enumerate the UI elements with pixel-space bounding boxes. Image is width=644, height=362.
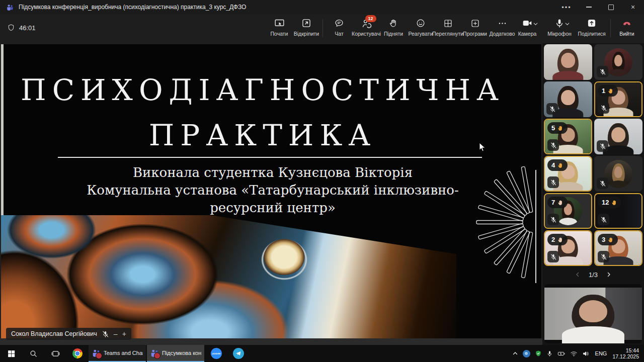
add-app-icon [470, 18, 480, 29]
slide-vertical-line [535, 170, 536, 283]
volume-icon[interactable] [582, 350, 590, 357]
mic-muted-icon [547, 176, 559, 188]
participant-tile[interactable] [594, 44, 642, 80]
wifi-icon[interactable] [570, 350, 578, 357]
raise-hand-icon [388, 18, 398, 29]
unpin-button[interactable]: Відкріпити [293, 18, 320, 37]
tray-expand-icon[interactable] [512, 350, 518, 356]
timer-value: 46:01 [19, 24, 36, 32]
system-tray: ENG 15:44 17.12.2025 [512, 345, 644, 362]
raised-hand-badge: 3 [598, 234, 618, 245]
participant-tile[interactable]: 12 [594, 193, 642, 229]
taskbar-window-meeting[interactable]: Підсумкова конфе... [147, 345, 204, 362]
participants-button[interactable]: 12 Користувачі [353, 18, 380, 37]
avatar [604, 160, 632, 188]
chrome-icon [72, 348, 83, 358]
leave-button[interactable]: Вийти [613, 18, 640, 37]
meeting-stage-area: ПСИХОДІАГНОСТИЧНА ПРАКТИКА Виконала студ… [0, 43, 644, 345]
apps-button[interactable]: Програми [461, 18, 489, 37]
chat-button[interactable]: Чат [326, 18, 353, 37]
participant-tile[interactable] [594, 156, 642, 192]
participant-tile[interactable] [594, 119, 642, 154]
windows-icon [7, 349, 16, 358]
start-presenting-button[interactable]: Почати [266, 18, 293, 37]
taskbar-search-button[interactable] [22, 345, 44, 362]
zoom-out-icon[interactable]: – [114, 330, 118, 338]
battery-icon[interactable] [557, 350, 566, 357]
meeting-toolbar: 46:01 Почати Відкріпити [0, 14, 644, 43]
raised-hand-badge: 7 [547, 197, 568, 208]
taskbar-window-teams-channels[interactable]: Teams and Channel... [89, 345, 146, 362]
tray-microphone-icon[interactable] [546, 350, 553, 357]
participant-tile[interactable]: 5 [544, 119, 592, 154]
chrome-taskbar-button[interactable] [66, 345, 89, 362]
view-button[interactable]: Переглянути [434, 18, 461, 37]
clock-date: 17.12.2025 [612, 353, 639, 360]
pager-previous-icon[interactable] [575, 272, 581, 278]
toolbar-separator [323, 19, 323, 37]
windows-taskbar: Teams and Channel... Підсумкова конфе...… [0, 345, 644, 362]
titlebar-more-icon[interactable]: ••• [555, 0, 578, 14]
tray-app-icon[interactable] [523, 350, 530, 357]
language-indicator[interactable]: ENG [595, 350, 607, 356]
participant-tile[interactable] [544, 81, 592, 117]
participant-tile[interactable]: 3 [594, 230, 642, 266]
task-view-icon [51, 349, 60, 358]
close-button[interactable]: × [622, 0, 644, 14]
raised-hand-badge: 5 [547, 122, 568, 134]
ellipsis-icon [498, 18, 507, 29]
camera-chevron-icon[interactable] [533, 21, 538, 27]
participant-tile[interactable]: 2 [544, 230, 592, 266]
window-title: Підсумкова конференція_виробнича (психод… [19, 4, 246, 11]
shield-icon [7, 24, 15, 32]
microphone-button[interactable]: Мікрофон [543, 18, 576, 37]
zoom-taskbar-button[interactable]: zoom [205, 345, 227, 362]
start-button[interactable] [0, 345, 22, 362]
camera-button[interactable]: Камера [511, 18, 543, 37]
slide-subtitle: Виконала студентка Кузнєцова Вікторія Ко… [21, 164, 524, 217]
telegram-taskbar-button[interactable] [227, 345, 250, 362]
zoom-in-icon[interactable]: + [122, 330, 126, 338]
security-shield-icon[interactable] [535, 350, 542, 357]
people-icon: 12 [361, 18, 372, 29]
window-titlebar: Підсумкова конференція_виробнича (психод… [0, 0, 644, 14]
mic-muted-icon [546, 103, 558, 115]
participant-tile[interactable]: 7 [544, 193, 592, 229]
react-button[interactable]: Реагувати [407, 18, 434, 37]
raised-hand-badge: 4 [547, 159, 568, 171]
mic-muted-icon [598, 214, 609, 225]
raised-hand-badge: 1 [598, 85, 618, 97]
minimize-button[interactable] [578, 0, 600, 14]
raised-hand-icon [607, 236, 614, 243]
presenter-name: Сокол Владислав Сергійович [11, 330, 97, 337]
microphone-chevron-icon[interactable] [565, 21, 570, 27]
starburst-decoration [470, 166, 537, 281]
participant-video [544, 288, 642, 340]
share-icon [587, 18, 597, 29]
spotlight-video-tile[interactable] [544, 284, 642, 343]
share-button[interactable]: Поділитися [576, 18, 608, 37]
raised-hand-icon [557, 125, 564, 132]
zoom-app-icon: zoom [211, 348, 222, 359]
raise-hand-button[interactable]: Підняти [380, 18, 407, 37]
camera-icon [522, 18, 533, 29]
pager-next-icon[interactable] [606, 272, 612, 278]
mic-muted-icon [597, 177, 608, 189]
mouse-cursor [479, 142, 486, 152]
search-icon [29, 349, 38, 358]
participant-tile[interactable] [544, 44, 592, 80]
share-screen-icon [274, 18, 285, 29]
participant-video [544, 44, 592, 80]
clock-time: 15:44 [612, 347, 639, 354]
raised-hand-icon [557, 199, 564, 206]
microphone-icon [554, 18, 565, 29]
mic-muted-icon [547, 214, 559, 225]
maximize-button[interactable] [600, 0, 622, 14]
participant-tile[interactable]: 4 [544, 156, 592, 192]
taskbar-clock[interactable]: 15:44 17.12.2025 [612, 347, 639, 360]
mic-muted-icon [102, 330, 109, 338]
task-view-button[interactable] [44, 345, 66, 362]
raised-hand-badge: 2 [547, 234, 568, 245]
participant-tile[interactable]: 1 [594, 81, 642, 117]
grid-view-icon [443, 18, 453, 29]
